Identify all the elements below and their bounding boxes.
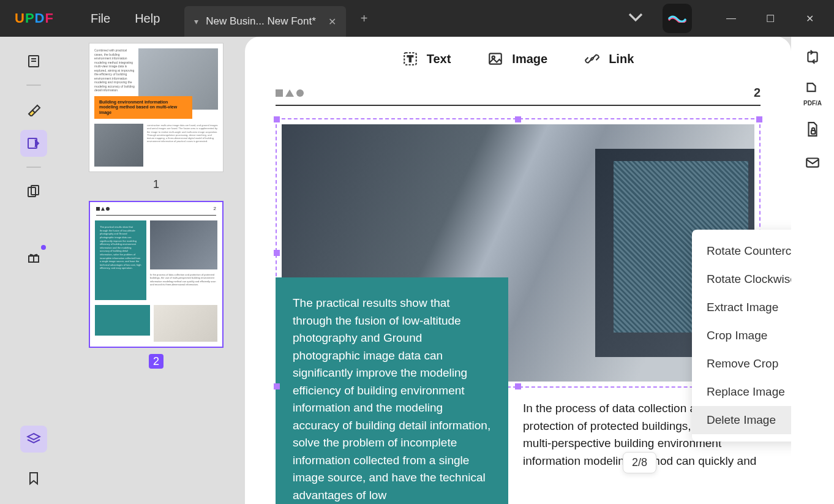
right-rail: PDF/A — [791, 37, 834, 504]
thumbnail-page-2[interactable]: 2 The practical results show that throug… — [89, 201, 224, 348]
ctx-delete-image[interactable]: Delete ImageDel — [692, 406, 791, 434]
notification-dot — [41, 245, 46, 250]
resize-handle[interactable] — [515, 116, 521, 122]
edit-toolbar: TText Image Link — [245, 37, 791, 81]
menu-file[interactable]: File — [91, 12, 110, 26]
page-number: 2 — [754, 86, 761, 100]
close-icon[interactable]: ✕ — [797, 13, 822, 24]
edit-tool[interactable] — [20, 130, 47, 157]
thumbnail-panel: Combined with practical cases, the build… — [67, 37, 245, 504]
thumb-number-2: 2 — [149, 354, 163, 369]
svg-rect-14 — [808, 52, 817, 61]
menu-bar: File Help — [91, 12, 160, 26]
rail-divider — [26, 85, 41, 86]
link-tool-label: Link — [609, 52, 634, 66]
page-indicator: 2/8 — [623, 452, 656, 473]
resize-handle[interactable] — [274, 383, 280, 389]
maximize-icon[interactable]: ☐ — [758, 13, 783, 24]
pages-tool[interactable] — [20, 178, 47, 205]
lock-file-icon[interactable] — [805, 121, 821, 140]
rail-divider — [26, 167, 41, 168]
app-logo: UPDF — [15, 10, 54, 26]
gift-tool[interactable] — [20, 244, 47, 271]
resize-handle[interactable] — [756, 116, 762, 122]
theme-icon[interactable] — [663, 4, 692, 33]
resize-handle[interactable] — [515, 383, 521, 389]
chevron-down-icon[interactable] — [623, 5, 648, 32]
layers-tool[interactable] — [20, 426, 47, 453]
link-tool[interactable]: Link — [584, 51, 634, 67]
mail-icon[interactable] — [805, 154, 821, 173]
canvas-area: TText Image Link 2 — [245, 37, 791, 504]
left-rail — [0, 37, 67, 504]
resize-handle[interactable] — [274, 250, 280, 256]
tab-close-icon[interactable]: ✕ — [328, 16, 336, 28]
svg-rect-16 — [806, 159, 819, 167]
text-tool-label: Text — [427, 52, 451, 66]
tab-title: New Busin... New Font* — [206, 15, 316, 28]
new-tab-button[interactable]: + — [361, 12, 368, 26]
highlight-tool[interactable] — [20, 96, 47, 122]
window-controls: — ☐ ✕ — [623, 4, 822, 33]
tab-area: ▾ New Busin... New Font* ✕ + — [184, 0, 367, 37]
thumbnail-page-1[interactable]: Combined with practical cases, the build… — [89, 43, 224, 172]
ctx-extract-image[interactable]: Extract Image — [692, 293, 791, 322]
ctx-replace-image[interactable]: Replace Image — [692, 378, 791, 406]
header-rule — [276, 105, 761, 106]
ctx-crop-image[interactable]: Crop Image — [692, 322, 791, 350]
bookmark-tool[interactable] — [20, 465, 47, 492]
ctx-remove-crop[interactable]: Remove Crop — [692, 350, 791, 378]
pdfa-icon[interactable]: PDF/A — [803, 82, 822, 107]
ctx-rotate-ccw[interactable]: Rotate Counterclockwise — [692, 237, 791, 265]
image-tool-label: Image — [512, 52, 547, 66]
context-menu: Rotate Counterclockwise Rotate Clockwise… — [692, 230, 791, 442]
document-tab[interactable]: ▾ New Busin... New Font* ✕ — [184, 6, 346, 37]
ctx-rotate-cw[interactable]: Rotate Clockwise — [692, 265, 791, 293]
text-tool[interactable]: TText — [402, 51, 451, 67]
teal-text-box: The practical results show that through … — [276, 277, 508, 504]
minimize-icon[interactable]: — — [719, 13, 743, 24]
svg-text:T: T — [407, 53, 413, 64]
svg-marker-8 — [28, 434, 40, 440]
tab-dropdown-icon[interactable]: ▾ — [194, 17, 198, 26]
thumb-number-1: 1 — [80, 178, 233, 191]
main-area: Combined with practical cases, the build… — [0, 37, 834, 504]
page-shapes-icon — [276, 89, 304, 97]
image-tool[interactable]: Image — [487, 51, 547, 67]
resize-handle[interactable] — [274, 116, 280, 122]
menu-help[interactable]: Help — [135, 12, 160, 26]
titlebar: UPDF File Help ▾ New Busin... New Font* … — [0, 0, 834, 37]
content-row: The practical results show that through … — [276, 277, 761, 504]
svg-rect-15 — [811, 130, 816, 134]
rotate-icon[interactable] — [805, 49, 821, 67]
reader-tool[interactable] — [20, 48, 47, 75]
page-header: 2 — [276, 81, 761, 105]
